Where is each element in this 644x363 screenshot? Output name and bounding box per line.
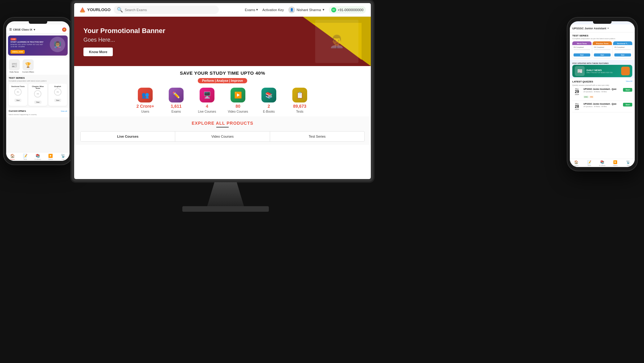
- search-input[interactable]: [125, 8, 216, 12]
- class-selector[interactable]: CBSE Class IX: [13, 28, 32, 31]
- practice-tests-start-btn[interactable]: Start: [594, 53, 611, 56]
- exams-icon: ✏️: [169, 88, 184, 102]
- ca-view-all[interactable]: View all: [61, 110, 67, 112]
- ebooks-label: E-Books: [263, 110, 275, 113]
- sectional-start-button[interactable]: Start: [15, 99, 22, 102]
- chapter-start-button[interactable]: Start: [34, 101, 41, 104]
- notification-icon[interactable]: 🔔: [62, 27, 66, 32]
- nav-home[interactable]: 🏠 Home: [6, 154, 19, 160]
- user-name: Nishant Sharma: [297, 8, 321, 12]
- quiz-2-name: UPSSSC Junior Assistant - Quiz: [583, 103, 621, 105]
- left-phone: ☰ CBSE Class IX ▾ 🔔 LIVE START LEARNING …: [3, 17, 73, 165]
- nav-live[interactable]: 📡 Live: [57, 154, 70, 160]
- right-topbar: UPSSSC Junior Assistant ▾: [570, 24, 635, 32]
- sectional-tests-stat: 0% Completed: [614, 46, 631, 48]
- latest-quizzes: LATEST QUIZZES View All Quickly assess y…: [570, 78, 635, 159]
- practice-tests-title: Practice Tests: [594, 43, 611, 44]
- daily-news-label: DAILY NEWS: [587, 69, 619, 72]
- quiz-2-year: 2024: [572, 108, 582, 110]
- current-affairs-item[interactable]: 🏆 Current Affairs: [22, 59, 34, 73]
- exams-menu[interactable]: Exams ▾: [245, 8, 258, 12]
- sectional-tests-title-r: Sectional T...: [614, 43, 631, 44]
- quizzes-view-all[interactable]: View All: [626, 80, 632, 83]
- tests-stat-icon: 📋: [292, 88, 307, 102]
- mock-tests-body: 0% Completed Start: [572, 45, 591, 58]
- stats-row: 👥 2 Crore+ Users ✏️ 1,611 Exams 🖥️ 4 Liv…: [80, 88, 365, 113]
- phone-banner-title: START LEARNING IN TRACTIVE WAY: [11, 41, 50, 43]
- phone-left-banner: LIVE START LEARNING IN TRACTIVE WAY BANK…: [8, 35, 68, 56]
- right-nav-elibrary[interactable]: 📚 E-Library: [596, 160, 609, 166]
- nav-elibrary[interactable]: 📚 E-Library: [32, 154, 44, 160]
- sectional-tests-progress: [614, 49, 631, 50]
- quiz-1-badges: ENG HIN: [583, 96, 594, 98]
- mock-tests-start-btn[interactable]: Start: [574, 53, 590, 56]
- right-phone-notch: [593, 21, 612, 24]
- quiz-1-start-btn[interactable]: Start: [623, 88, 632, 92]
- phone-notch: [29, 21, 47, 24]
- know-more-button[interactable]: Know More: [83, 48, 113, 56]
- banner-text: Your Promotional Banner Goes Here... Kno…: [83, 27, 165, 56]
- chevron-down-icon: ▾: [34, 28, 35, 31]
- daily-news-banner[interactable]: 📰 DAILY NEWS DAILY POCKET OF NEWS FOR YO…: [572, 65, 632, 77]
- phone-categories: 📰 Daily News 🏆 Current Affairs: [6, 57, 70, 75]
- live-badge: LIVE: [11, 38, 16, 40]
- phone-topbar: ☰ CBSE Class IX ▾ 🔔: [6, 24, 70, 34]
- ebooks-value: 2: [268, 104, 270, 109]
- quiz-2-info: UPSSSC Junior Assistant - Quiz 20 Questi…: [583, 103, 621, 108]
- sectional-tests-start-btn[interactable]: Start: [614, 53, 631, 56]
- quiz-2-day: 28: [572, 105, 582, 108]
- test-card-chapter: Chapter Wise Tests 0% Start: [28, 84, 47, 106]
- quiz-2-details: 20 Questions · 30 Marks · 90 Mins: [583, 106, 621, 107]
- phone-contact[interactable]: W +91-0000000000: [329, 6, 366, 14]
- ca-header: Current Affairs View all: [9, 110, 67, 112]
- selector-chevron-icon: ▾: [608, 27, 609, 30]
- tab-video-courses[interactable]: Video Courses: [175, 131, 270, 141]
- quizzes-header: LATEST QUIZZES View All: [572, 80, 632, 83]
- stat-live-courses: 🖥️ 4 Live Courses: [193, 88, 221, 113]
- hamburger-icon[interactable]: ☰: [9, 28, 12, 31]
- users-value: 2 Crore+: [136, 104, 154, 109]
- live-courses-label: Live Courses: [198, 110, 216, 113]
- banner-photo: 👨‍💼: [315, 20, 358, 63]
- live-icon: 📡: [61, 154, 66, 158]
- tests-icon: 📝: [23, 154, 28, 158]
- user-menu[interactable]: 👤 Nishant Sharma ▾: [288, 6, 324, 13]
- monitor-base: [182, 206, 269, 212]
- video-courses-value: 80: [235, 104, 240, 109]
- ebooks-icon: 📚: [261, 88, 276, 102]
- monitor-stand: [207, 182, 244, 207]
- exam-selector[interactable]: UPSSSC Junior Assistant ▾: [572, 27, 632, 30]
- right-nav-tests[interactable]: 📝 Tests: [583, 160, 596, 166]
- tab-test-series[interactable]: Test Series: [270, 131, 364, 141]
- right-nav-videos[interactable]: ▶️ Videos: [609, 160, 622, 166]
- videos-label: Videos: [48, 158, 53, 160]
- news-orange-accent: [621, 67, 630, 75]
- elibrary-icon: 📚: [36, 154, 40, 158]
- nav-videos[interactable]: ▶️ Videos: [44, 154, 57, 160]
- phone-topbar-left: ☰ CBSE Class IX ▾: [9, 28, 35, 31]
- stat-tests: 📋 89,673 Tests: [286, 88, 314, 113]
- enroll-now-button[interactable]: ENROLL NOW: [11, 50, 25, 54]
- nav-tests[interactable]: 📝 Tests: [19, 154, 32, 160]
- english-start-button[interactable]: Start: [54, 99, 61, 102]
- quizzes-sub: Quickly assess yourself with a new quiz …: [572, 84, 632, 86]
- exams-label: Exams: [172, 110, 181, 113]
- test-series-subtitle: Complete preparation with latest exam pa…: [9, 80, 67, 82]
- right-tests-label: Tests: [587, 165, 591, 166]
- right-live-label: Live: [627, 165, 629, 166]
- stat-users: 👥 2 Crore+ Users: [131, 88, 159, 113]
- daily-news-item[interactable]: 📰 Daily News: [9, 59, 20, 73]
- logo-text: YOURLOGO: [87, 7, 111, 12]
- right-nav-live[interactable]: 📡 Live: [622, 160, 635, 166]
- quiz-1-info: UPSSSC Junior Assistant - Quiz 20 Questi…: [583, 88, 621, 99]
- search-icon: 🔍: [117, 7, 123, 13]
- right-nav-home[interactable]: 🏠 Home: [570, 160, 583, 166]
- logo: YOURLOGO: [79, 6, 111, 13]
- quiz-2-start-btn[interactable]: Start: [623, 103, 632, 106]
- tab-live-courses[interactable]: Live Courses: [81, 131, 175, 141]
- users-label: Users: [141, 110, 149, 113]
- activation-key[interactable]: Activation Key: [262, 8, 284, 12]
- search-bar[interactable]: 🔍: [114, 6, 219, 14]
- ca-title: Current Affairs: [9, 110, 26, 112]
- right-home-label: Home: [574, 165, 578, 166]
